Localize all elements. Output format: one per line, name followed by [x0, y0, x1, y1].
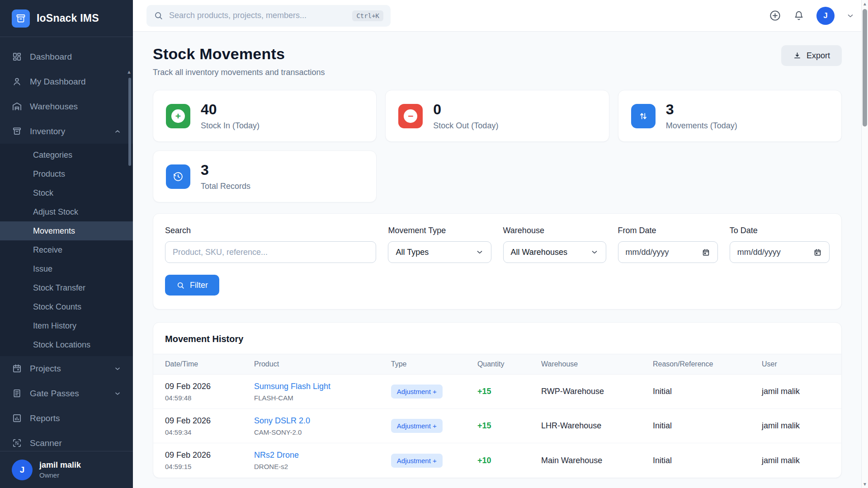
sidebar-item-movements[interactable]: Movements: [0, 221, 133, 240]
user-name: jamil malik: [39, 460, 81, 470]
topbar: Ctrl+K J: [133, 0, 868, 32]
sidebar-item-scanner[interactable]: Scanner: [0, 431, 133, 451]
sidebar-item-receive[interactable]: Receive: [0, 240, 133, 259]
row-warehouse: RWP-Warehouse: [541, 387, 653, 396]
sidebar-user[interactable]: J jamil malik Owner: [0, 451, 133, 488]
row-quantity: +10: [477, 456, 541, 465]
column-header: Reason/Reference: [653, 360, 762, 368]
sidebar-item-dashboard[interactable]: Dashboard: [0, 44, 133, 69]
stat-card-stock-in: + 40 Stock In (Today): [153, 90, 377, 142]
sidebar-item-label: Inventory: [30, 127, 65, 136]
sidebar-item-item-history[interactable]: Item History: [0, 316, 133, 335]
history-clock-icon: [166, 164, 190, 189]
product-link[interactable]: Sony DSLR 2.0: [254, 416, 391, 426]
user-role: Owner: [39, 471, 81, 479]
type-badge: Adjustment +: [391, 419, 443, 433]
sidebar-item-label: Projects: [30, 364, 61, 374]
app-logo[interactable]: IoSnack IMS: [0, 0, 133, 37]
stat-value: 3: [201, 162, 250, 178]
table-row: 09 Feb 2026 04:59:48 Sumsung Flash Light…: [153, 375, 841, 409]
sidebar-item-gate-passes[interactable]: Gate Passes: [0, 381, 133, 406]
main-area: Ctrl+K J Stock Movements Track all inven…: [133, 0, 868, 488]
sidebar-item-label: Warehouses: [30, 102, 78, 112]
sidebar-item-stock-locations[interactable]: Stock Locations: [0, 335, 133, 354]
sidebar-item-inventory[interactable]: Inventory: [0, 119, 133, 144]
page-content: Stock Movements Track all inventory move…: [133, 32, 868, 488]
inventory-icon: [12, 126, 22, 136]
sidebar: IoSnack IMS Dashboard My Dashboard Wareh…: [0, 0, 133, 488]
filter-search-input[interactable]: [173, 248, 368, 257]
chevron-down-icon: [590, 248, 599, 256]
from-date-input[interactable]: mm/dd/yyyy: [618, 241, 718, 263]
sidebar-item-label: Dashboard: [30, 52, 72, 62]
bar-chart-icon: [12, 413, 22, 423]
sidebar-scroll-up-arrow[interactable]: ▲: [127, 70, 132, 75]
sidebar-scrollbar-thumb[interactable]: [128, 78, 131, 166]
app-title: IoSnack IMS: [37, 12, 99, 24]
chevron-down-icon[interactable]: [846, 12, 854, 20]
sidebar-item-label: Reports: [30, 413, 60, 423]
sidebar-item-categories[interactable]: Categories: [0, 145, 133, 164]
global-search[interactable]: Ctrl+K: [146, 5, 391, 27]
sidebar-item-reports[interactable]: Reports: [0, 406, 133, 431]
product-link[interactable]: NRs2 Drone: [254, 450, 391, 460]
filter-button[interactable]: Filter: [165, 275, 219, 296]
global-search-input[interactable]: [169, 11, 346, 20]
sidebar-item-stock-counts[interactable]: Stock Counts: [0, 297, 133, 316]
from-date-label: From Date: [618, 226, 718, 235]
date-placeholder: mm/dd/yyyy: [737, 248, 781, 257]
add-new-icon[interactable]: [769, 9, 781, 22]
scrollbar-thumb[interactable]: [863, 9, 867, 127]
product-sku: CAM-SONY-2.0: [254, 428, 391, 436]
sidebar-item-label: Gate Passes: [30, 389, 79, 399]
movement-type-select[interactable]: All Types: [388, 241, 491, 263]
arrows-up-down-icon: [631, 104, 656, 128]
app-logo-icon: [12, 9, 30, 28]
product-link[interactable]: Sumsung Flash Light: [254, 382, 391, 391]
export-button[interactable]: Export: [781, 45, 842, 66]
scrollbar-up-arrow[interactable]: ▲: [862, 1, 868, 6]
row-reason: Initial: [653, 456, 762, 465]
row-reason: Initial: [653, 387, 762, 396]
stock-out-icon: −: [398, 104, 423, 128]
stat-card-total-records: 3 Total Records: [153, 150, 377, 202]
download-icon: [793, 52, 802, 60]
scrollbar-down-arrow[interactable]: ▼: [862, 482, 868, 487]
chevron-up-icon: [114, 128, 121, 135]
document-icon: [12, 388, 22, 399]
column-header: Quantity: [477, 360, 541, 368]
notifications-bell-icon[interactable]: [793, 10, 805, 22]
sidebar-item-my-dashboard[interactable]: My Dashboard: [0, 69, 133, 94]
sidebar-item-products[interactable]: Products: [0, 164, 133, 183]
shortcut-badge: Ctrl+K: [352, 10, 383, 21]
stat-label: Stock In (Today): [201, 121, 259, 131]
user-avatar: J: [12, 460, 33, 480]
sidebar-item-stock[interactable]: Stock: [0, 183, 133, 202]
column-header: User: [762, 360, 830, 368]
warehouse-select[interactable]: All Warehouses: [503, 241, 606, 263]
sidebar-item-warehouses[interactable]: Warehouses: [0, 94, 133, 119]
row-date: 09 Feb 2026: [165, 382, 254, 391]
sidebar-item-issue[interactable]: Issue: [0, 259, 133, 278]
filter-search-field[interactable]: [165, 241, 376, 263]
topbar-avatar[interactable]: J: [816, 7, 835, 25]
sidebar-item-projects[interactable]: Projects: [0, 356, 133, 381]
person-icon: [12, 76, 22, 87]
sidebar-item-adjust-stock[interactable]: Adjust Stock: [0, 202, 133, 221]
movement-type-label: Movement Type: [388, 226, 491, 235]
filter-search-label: Search: [165, 226, 376, 235]
row-user: jamil malik: [762, 421, 830, 431]
stat-card-movements: 3 Movements (Today): [618, 90, 842, 142]
window-scrollbar[interactable]: ▲ ▼: [861, 0, 868, 488]
chevron-down-icon: [114, 390, 121, 397]
sidebar-item-stock-transfer[interactable]: Stock Transfer: [0, 278, 133, 297]
type-badge: Adjustment +: [391, 454, 443, 468]
stock-in-icon: +: [166, 104, 190, 128]
sidebar-nav: Dashboard My Dashboard Warehouses Invent…: [0, 37, 133, 451]
export-label: Export: [807, 51, 830, 61]
to-date-label: To Date: [730, 226, 830, 235]
row-user: jamil malik: [762, 387, 830, 396]
to-date-input[interactable]: mm/dd/yyyy: [730, 241, 830, 263]
calendar-icon: [813, 248, 822, 257]
stat-label: Total Records: [201, 182, 250, 191]
